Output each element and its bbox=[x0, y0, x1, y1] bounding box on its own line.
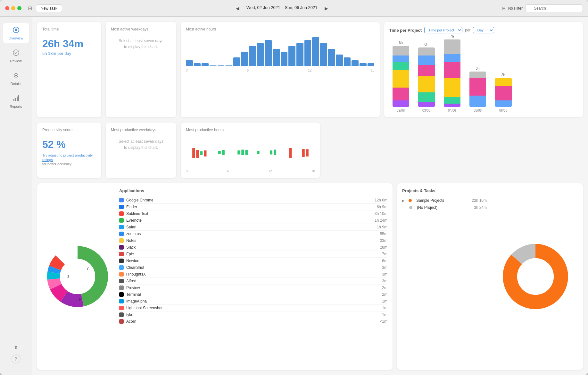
sidebar-item-review[interactable]: Review bbox=[3, 46, 29, 66]
bar-segment bbox=[393, 100, 409, 107]
productivity-note: for better accuracy. bbox=[42, 162, 96, 166]
second-cards-row: Productivity score 52 % Try adjusting pr… bbox=[37, 123, 583, 178]
next-arrow-button[interactable]: ▶ bbox=[323, 5, 330, 12]
svg-rect-21 bbox=[274, 150, 276, 156]
most-productive-weekdays-placeholder: Select at least seven days to display th… bbox=[111, 139, 171, 151]
minimize-button[interactable] bbox=[11, 6, 15, 10]
details-icon bbox=[12, 72, 20, 81]
app-icon bbox=[119, 198, 124, 202]
app-name: Notes bbox=[126, 238, 377, 243]
most-productive-hours-title: Most productive hours bbox=[186, 128, 315, 132]
app-list-item: tyke 1m bbox=[119, 311, 387, 318]
app-list-item: Newton 6m bbox=[119, 258, 387, 264]
app-name: Epic bbox=[126, 252, 379, 256]
paxis-6: 6 bbox=[227, 169, 229, 173]
app-list-item: Notes 33m bbox=[119, 237, 387, 244]
app-time: 6m bbox=[382, 259, 387, 263]
app-icon bbox=[119, 319, 124, 324]
period-select[interactable]: Day Week bbox=[473, 27, 494, 33]
main-area: Overview Review Details Reports bbox=[0, 17, 588, 375]
productivity-link[interactable]: Try adjusting project productivity ratin… bbox=[42, 153, 93, 162]
app-time: 1h 9m bbox=[377, 225, 387, 229]
svg-rect-7 bbox=[17, 97, 18, 101]
productive-hours-chart bbox=[186, 136, 315, 168]
app-name: Terminal bbox=[126, 292, 379, 297]
app-list-item: Lightshot Screenshot 1m bbox=[119, 305, 387, 311]
svg-rect-19 bbox=[257, 151, 260, 154]
app-name: CleanShot bbox=[126, 265, 379, 270]
sidebar-item-details[interactable]: Details bbox=[3, 69, 29, 89]
close-button[interactable] bbox=[5, 6, 9, 10]
app-time: 55m bbox=[380, 232, 387, 236]
stacked-bar-group: 6h03/06 bbox=[418, 42, 435, 112]
sidebar: Overview Review Details Reports bbox=[0, 17, 32, 375]
svg-point-2 bbox=[13, 50, 19, 55]
sidebar-item-reports[interactable]: Reports bbox=[3, 91, 29, 112]
svg-rect-22 bbox=[289, 148, 292, 158]
svg-rect-10 bbox=[192, 148, 195, 158]
app-list-item: Evernote 1h 24m bbox=[119, 217, 387, 224]
search-input[interactable] bbox=[525, 4, 583, 12]
titlebar: ⊟ New Task ◀ Wed, 02 Jun 2021 – Sun, 06 … bbox=[0, 0, 588, 17]
donut-chart-area: S C F bbox=[42, 188, 113, 365]
app-icon bbox=[119, 238, 124, 243]
app-list-item: Google Chrome 12h 6m bbox=[119, 197, 387, 204]
projects-donut-area bbox=[493, 188, 578, 365]
bar bbox=[202, 63, 209, 66]
bar bbox=[360, 63, 367, 66]
app-list-item: Sublime Text 3h 10m bbox=[119, 210, 387, 217]
app-icon bbox=[119, 306, 124, 310]
help-button[interactable]: ? bbox=[12, 354, 21, 363]
bar bbox=[194, 63, 201, 66]
bar bbox=[304, 40, 311, 66]
bar-segment bbox=[444, 97, 460, 104]
productivity-score-card: Productivity score 52 % Try adjusting pr… bbox=[37, 123, 101, 178]
sidebar-item-overview[interactable]: Overview bbox=[3, 23, 29, 43]
bar bbox=[241, 52, 248, 66]
bar bbox=[352, 60, 359, 66]
bar-bottom-label: 02/06 bbox=[397, 109, 405, 112]
project-list-item: ▶ Sample Projects 23h 10m bbox=[402, 197, 487, 204]
app-icon bbox=[119, 299, 124, 303]
bar-segment bbox=[469, 72, 486, 78]
bar-segment bbox=[418, 65, 435, 76]
app-time: 1m bbox=[382, 299, 387, 303]
bar-segment bbox=[444, 104, 460, 107]
bar bbox=[320, 43, 327, 66]
app-icon bbox=[119, 232, 124, 236]
axis-18: 18 bbox=[371, 69, 374, 72]
time-per-project-label: Time per Project bbox=[389, 28, 422, 33]
project-select[interactable]: Time per Project bbox=[424, 27, 462, 33]
app-name: Slack bbox=[126, 245, 377, 250]
app-icon bbox=[119, 286, 124, 290]
new-task-button[interactable]: New Task bbox=[36, 4, 62, 12]
svg-text:C: C bbox=[87, 267, 89, 271]
app-name: Safari bbox=[126, 225, 374, 229]
bar-top-label: 7h bbox=[450, 34, 454, 38]
stacked-chart-area: 6h02/066h03/067h04/063h05/062h06/06 bbox=[389, 38, 578, 112]
svg-rect-14 bbox=[218, 151, 221, 154]
bar bbox=[281, 52, 288, 66]
maximize-button[interactable] bbox=[17, 6, 21, 10]
app-time: 6h 9m bbox=[377, 205, 387, 209]
svg-rect-18 bbox=[245, 150, 248, 155]
app-list-item: Acorn <1m bbox=[119, 318, 387, 325]
filter-area: ⊟ No Filter 🔍 bbox=[502, 4, 583, 12]
total-time-value: 26h 34m bbox=[42, 38, 96, 50]
share-button[interactable]: ⬆ bbox=[14, 345, 18, 351]
bar-top-label: 3h bbox=[476, 66, 479, 70]
bar bbox=[312, 37, 319, 66]
date-range-label: Wed, 02 Jun 2021 – Sun, 06 Jun 2021 bbox=[243, 5, 321, 12]
stacked-bar-group: 6h02/06 bbox=[393, 41, 409, 112]
traffic-lights bbox=[5, 6, 21, 10]
bar bbox=[265, 40, 272, 66]
bar bbox=[273, 49, 280, 66]
app-time: 33m bbox=[380, 238, 387, 243]
sidebar-toggle-button[interactable]: ⊟ bbox=[28, 5, 32, 11]
app-time: 2m bbox=[382, 286, 387, 290]
prev-arrow-button[interactable]: ◀ bbox=[234, 5, 241, 12]
most-productive-hours-card: Most productive hours bbox=[181, 123, 320, 178]
app-time: 1m bbox=[382, 306, 387, 310]
applications-card: S C F Applications Google Chrome 12h 6m … bbox=[37, 183, 393, 370]
bar-segment bbox=[495, 78, 512, 86]
